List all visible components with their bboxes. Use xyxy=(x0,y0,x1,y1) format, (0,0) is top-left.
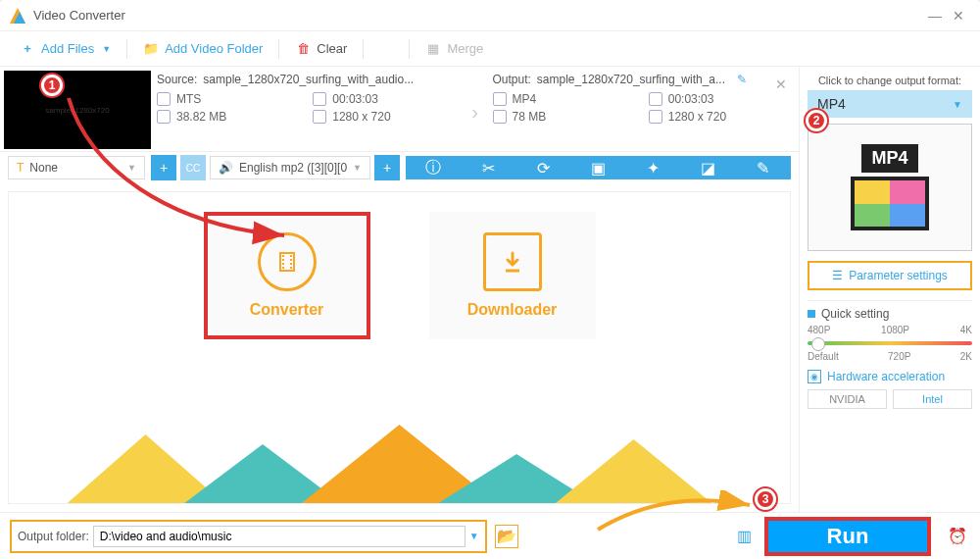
clock-icon xyxy=(313,92,326,106)
source-duration: 00:03:03 xyxy=(332,92,378,106)
video-thumbnail[interactable]: sample_1280x720 xyxy=(4,71,151,149)
size-icon xyxy=(493,110,507,124)
svg-rect-5 xyxy=(282,263,284,265)
footer-bar: Output folder: ▼ 📂 ▥ Run ⏰ xyxy=(0,512,980,559)
nvidia-label: NVIDIA xyxy=(829,393,865,405)
output-format-selector[interactable]: MP4 ▼ xyxy=(808,90,972,118)
minimize-button[interactable]: — xyxy=(923,8,947,24)
separator xyxy=(126,39,127,59)
add-files-label: Add Files xyxy=(41,41,94,56)
title-bar: Video Converter — ✕ xyxy=(0,0,980,31)
chevron-down-icon: ▼ xyxy=(953,99,962,110)
format-icon xyxy=(493,92,507,106)
sliders-icon: ☰ xyxy=(832,269,843,282)
add-files-button[interactable]: + Add Files ▼ xyxy=(10,37,121,61)
chevron-down-icon: ▼ xyxy=(353,163,362,173)
quick-setting-panel: Quick setting 480P 1080P 4K Default 720P… xyxy=(808,300,972,362)
nvidia-chip[interactable]: NVIDIA xyxy=(808,389,887,409)
output-filename: sample_1280x720_surfing_with_a... xyxy=(537,73,725,86)
quick-setting-title: Quick setting xyxy=(821,307,889,321)
audio-track-selector[interactable]: 🔊 English mp2 ([3][0][0 ▼ xyxy=(210,156,370,179)
downloader-icon xyxy=(483,232,542,291)
tick-2k: 2K xyxy=(960,351,972,362)
rotate-tool-button[interactable]: ⟳ xyxy=(533,158,553,178)
intel-chip[interactable]: Intel xyxy=(893,389,972,409)
tick-480p: 480P xyxy=(808,325,830,335)
hardware-acceleration-label: Hardware acceleration xyxy=(827,370,945,383)
downloader-label: Downloader xyxy=(467,301,558,319)
tasks-icon[interactable]: ▥ xyxy=(731,524,757,549)
output-format-thumbnail[interactable]: MP4 xyxy=(808,124,972,251)
converter-icon xyxy=(258,232,317,291)
source-filename: sample_1280x720_surfing_with_audio... xyxy=(203,73,414,86)
run-label: Run xyxy=(827,524,869,549)
info-tool-button[interactable]: ⓘ xyxy=(423,158,443,178)
app-logo-icon xyxy=(10,8,25,24)
trim-tool-button[interactable]: ✂ xyxy=(478,158,498,178)
effects-tool-button[interactable]: ✦ xyxy=(644,158,663,178)
annotation-badge-2: 2 xyxy=(806,110,827,131)
clear-button[interactable]: 🗑 Clear xyxy=(285,37,357,61)
chevron-right-icon: › xyxy=(464,73,487,151)
source-pane: Source: sample_1280x720_surfing_with_aud… xyxy=(151,73,464,151)
chip-icon: ◉ xyxy=(808,370,821,383)
svg-rect-10 xyxy=(290,267,292,269)
subtitle-selector[interactable]: T None ▼ xyxy=(8,156,145,179)
subtitle-value: None xyxy=(29,161,58,175)
source-resolution: 1280 x 720 xyxy=(332,110,390,124)
merge-label: Merge xyxy=(447,41,483,56)
chevron-down-icon: ▼ xyxy=(127,163,136,173)
converter-label: Converter xyxy=(250,301,324,319)
watermark-tool-button[interactable]: ◪ xyxy=(699,158,718,178)
remove-file-button[interactable]: ✕ xyxy=(775,76,787,92)
hardware-acceleration-button[interactable]: ◉ Hardware acceleration xyxy=(808,370,972,383)
output-resolution: 1280 x 720 xyxy=(668,110,726,124)
file-row: sample_1280x720 Source: sample_1280x720_… xyxy=(0,67,799,152)
left-column: sample_1280x720 Source: sample_1280x720_… xyxy=(0,67,799,512)
scheduler-icon[interactable]: ⏰ xyxy=(945,524,970,549)
speaker-icon: 🔊 xyxy=(219,161,233,175)
chevron-down-icon[interactable]: ▼ xyxy=(469,531,479,541)
intel-label: Intel xyxy=(922,393,943,405)
cc-button[interactable]: CC xyxy=(180,155,206,180)
resolution-icon xyxy=(649,110,662,124)
output-duration: 00:03:03 xyxy=(668,92,714,106)
merge-icon: ▦ xyxy=(425,41,441,57)
svg-rect-6 xyxy=(282,267,284,269)
add-audio-button[interactable]: + xyxy=(374,155,400,180)
svg-rect-4 xyxy=(282,259,284,261)
output-size: 78 MB xyxy=(513,110,547,124)
run-button[interactable]: Run xyxy=(764,517,931,556)
output-folder-input[interactable] xyxy=(93,526,466,547)
edit-output-icon[interactable]: ✎ xyxy=(737,73,747,86)
edit-tool-button[interactable]: ✎ xyxy=(754,158,773,178)
separator xyxy=(278,39,279,59)
subtitle-icon: T xyxy=(17,161,24,175)
add-video-folder-button[interactable]: 📁 Add Video Folder xyxy=(133,37,272,61)
output-folder-label: Output folder: xyxy=(18,530,89,543)
converter-module-button[interactable]: Converter xyxy=(204,212,370,339)
output-format: MP4 xyxy=(513,92,537,106)
add-subtitle-button[interactable]: + xyxy=(151,155,176,180)
source-format: MTS xyxy=(176,92,201,106)
app-window: Video Converter — ✕ + Add Files ▼ 📁 Add … xyxy=(0,0,980,559)
svg-rect-3 xyxy=(282,255,284,257)
main-toolbar: + Add Files ▼ 📁 Add Video Folder 🗑 Clear… xyxy=(0,31,980,67)
crop-tool-button[interactable]: ▣ xyxy=(588,158,608,178)
downloader-module-button[interactable]: Downloader xyxy=(429,212,596,339)
parameter-settings-button[interactable]: ☰ Parameter settings xyxy=(808,261,972,290)
separator xyxy=(363,39,364,59)
modules-row: Converter Downloader xyxy=(9,192,790,339)
edit-tools-strip: ⓘ ✂ ⟳ ▣ ✦ ◪ ✎ xyxy=(406,156,791,179)
close-window-button[interactable]: ✕ xyxy=(947,8,970,24)
quality-slider[interactable] xyxy=(808,341,972,345)
main-body: sample_1280x720 Source: sample_1280x720_… xyxy=(0,67,980,512)
tick-1080p: 1080P xyxy=(881,325,909,335)
open-folder-button[interactable]: 📂 xyxy=(495,525,518,548)
folder-icon: 📁 xyxy=(143,41,159,57)
file-info: Source: sample_1280x720_surfing_with_aud… xyxy=(151,67,799,151)
output-format-label: MP4 xyxy=(817,96,846,112)
source-prefix-label: Source: xyxy=(157,73,197,86)
plus-icon: + xyxy=(20,41,35,57)
center-panel: Converter Downloader xyxy=(8,191,791,504)
